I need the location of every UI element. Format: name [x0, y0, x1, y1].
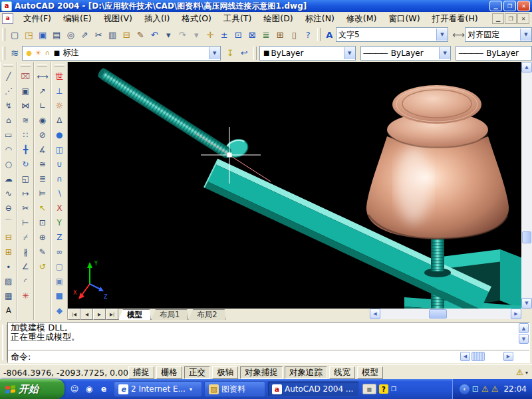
break-icon[interactable]: ∦	[18, 245, 33, 259]
toolbar-grip[interactable]	[55, 64, 65, 67]
break-at-point-icon[interactable]: ⌿	[18, 230, 33, 245]
layer-color-swatch[interactable]: ■	[53, 49, 62, 57]
next-tab-icon[interactable]: ▶	[93, 309, 106, 320]
sphere-icon[interactable]: ●	[52, 128, 66, 142]
tool-palettes-icon[interactable]: ▯	[287, 27, 301, 42]
linear-dimension-icon[interactable]: ⟷	[35, 69, 50, 84]
restore-button[interactable]: ❐	[503, 1, 516, 11]
make-block-icon[interactable]: ⊞	[1, 245, 16, 259]
input-method-keyboard-icon[interactable]: ▦	[362, 384, 376, 394]
center-mark-icon[interactable]: ⊕	[35, 230, 50, 245]
radius-dimension-icon[interactable]: ◉	[35, 113, 50, 128]
scroll-right-icon[interactable]: ▶	[503, 352, 513, 361]
quick-leader-icon[interactable]: ↖	[35, 201, 50, 215]
ucs-toolbar-icon[interactable]: ⊥	[52, 84, 66, 98]
task-autocad[interactable]: a AutoCAD 2004 ...	[267, 381, 359, 397]
rotate-icon[interactable]: ↻	[18, 157, 33, 172]
quick-launch-app-icon[interactable]: ☺	[68, 383, 80, 395]
scroll-up-icon[interactable]: ▲	[521, 62, 532, 72]
scroll-left-icon[interactable]: ◀	[370, 309, 380, 319]
layer-combo[interactable]: ●☀∩■ 标注 ▼	[22, 46, 221, 61]
chevron-down-icon[interactable]: ▼	[439, 47, 450, 59]
rotate-x-ucs-icon[interactable]: X	[52, 201, 66, 215]
region-icon[interactable]: ▦	[1, 289, 16, 303]
command-window[interactable]: 加载建模 DLL。 正在重生成模型。 ▲ ▼ 命令: ◀ ▶	[7, 322, 530, 363]
dimension-edit-icon[interactable]: ✎	[35, 245, 50, 259]
first-tab-icon[interactable]: |◀	[68, 309, 80, 320]
menu-view[interactable]: 视图(V)	[98, 12, 138, 26]
mdi-minimize-button[interactable]: ▁	[492, 13, 504, 24]
drawing-canvas[interactable]: Y X Z	[68, 62, 521, 309]
linetype-combo[interactable]: ———— ByLayer ▼	[360, 46, 451, 61]
toggle-snap[interactable]: 捕捉	[128, 366, 154, 379]
text-style-icon[interactable]: A	[323, 27, 336, 42]
arc-icon[interactable]: ◠	[1, 142, 16, 157]
mdi-close-button[interactable]: ✕	[517, 13, 529, 24]
vertical-scrollbar[interactable]: ▲ ▼	[521, 62, 532, 309]
command-history[interactable]: 加载建模 DLL。 正在重生成模型。 ▲ ▼	[8, 323, 529, 350]
undo-icon[interactable]: ↶	[148, 27, 162, 42]
network-icon[interactable]: ⊡	[472, 384, 479, 394]
copy-icon[interactable]: ▥	[106, 27, 120, 42]
toggle-model[interactable]: 模型	[357, 366, 383, 379]
zoom-previous-icon[interactable]: ⊠	[245, 27, 259, 42]
zoom-window-icon[interactable]: ⊡	[231, 27, 245, 42]
scroll-right-icon[interactable]: ▶	[511, 309, 521, 319]
horizontal-scroll-thumb[interactable]	[429, 309, 447, 319]
menu-edit[interactable]: 编辑(E)	[57, 12, 98, 26]
menu-help[interactable]: 打开看看(H)	[426, 12, 484, 26]
tolerance-icon[interactable]: ⊡	[35, 215, 50, 230]
layer-previous-icon[interactable]: ↩	[237, 46, 251, 61]
chevron-down-icon[interactable]: ▼	[436, 29, 448, 41]
media-player-icon[interactable]: ◉	[83, 383, 95, 395]
scroll-down-icon[interactable]: ▼	[521, 298, 532, 309]
rotate-y-ucs-icon[interactable]: Y	[52, 215, 66, 230]
new-icon[interactable]: ▢	[8, 27, 22, 42]
chevron-down-icon[interactable]: ▼	[520, 29, 531, 41]
world-text-icon[interactable]: 世	[52, 69, 66, 84]
tab-model[interactable]: 模型	[118, 309, 151, 320]
menu-format[interactable]: 格式(O)	[176, 12, 217, 26]
menu-dimension[interactable]: 标注(N)	[299, 12, 340, 26]
designcenter-icon[interactable]: ⊞	[273, 27, 287, 42]
toolbar-grip[interactable]	[3, 64, 13, 67]
start-button[interactable]: 开始	[0, 379, 65, 399]
cone-icon[interactable]: ◆	[52, 303, 66, 318]
diameter-dimension-icon[interactable]: ⊘	[35, 128, 50, 142]
wireframe-box-icon[interactable]: ▢	[52, 259, 66, 274]
task-folder[interactable]: ▨ 图资料	[204, 381, 265, 397]
open-icon[interactable]: ◳	[22, 27, 36, 42]
menu-window[interactable]: 窗口(W)	[382, 12, 426, 26]
communication-warning-icon[interactable]: ⚠	[516, 368, 523, 377]
menu-file[interactable]: 文件(F)	[17, 12, 57, 26]
tab-layout1[interactable]: 布局1	[151, 309, 188, 320]
toggle-otrack[interactable]: 对象追踪	[285, 366, 327, 379]
chamfer-icon[interactable]: ∠	[18, 259, 33, 274]
scroll-up-icon[interactable]: ▲	[519, 323, 529, 333]
3d-orbit-icon[interactable]: ∞	[52, 245, 66, 259]
menu-tools[interactable]: 工具(T)	[217, 12, 257, 26]
command-scroll-thumb[interactable]	[471, 352, 485, 361]
scroll-down-icon[interactable]: ▼	[519, 334, 529, 344]
polygon-icon[interactable]: ⌂	[1, 113, 16, 128]
minimize-button[interactable]: ▁	[489, 1, 502, 11]
toggle-lineweight[interactable]: 线宽	[329, 366, 355, 379]
scroll-left-icon[interactable]: ◀	[460, 352, 470, 361]
toolbar-grip[interactable]	[253, 47, 257, 60]
array-icon[interactable]: ∷	[18, 128, 33, 142]
menu-insert[interactable]: 插入(I)	[138, 12, 176, 26]
extend-icon[interactable]: ⊢	[18, 215, 33, 230]
chevron-down-icon[interactable]: ▼	[344, 47, 355, 59]
internet-explorer-icon[interactable]: e	[98, 383, 110, 395]
insert-block-icon[interactable]: ⊟	[1, 230, 16, 245]
menu-draw[interactable]: 绘图(D)	[257, 12, 299, 26]
point-icon[interactable]: ∙	[1, 259, 16, 274]
render-icon[interactable]: ☼	[52, 98, 66, 113]
chevron-down-icon[interactable]: ▼	[209, 47, 220, 59]
text-icon[interactable]: A	[1, 303, 16, 318]
quick-dimension-icon[interactable]: ≅	[35, 157, 50, 172]
named-views-icon[interactable]: ∆	[52, 113, 66, 128]
rotate-z-ucs-icon[interactable]: Z	[52, 230, 66, 245]
plot-icon[interactable]: ▤	[50, 27, 64, 42]
color-combo[interactable]: ■ ByLayer ▼	[259, 46, 356, 61]
